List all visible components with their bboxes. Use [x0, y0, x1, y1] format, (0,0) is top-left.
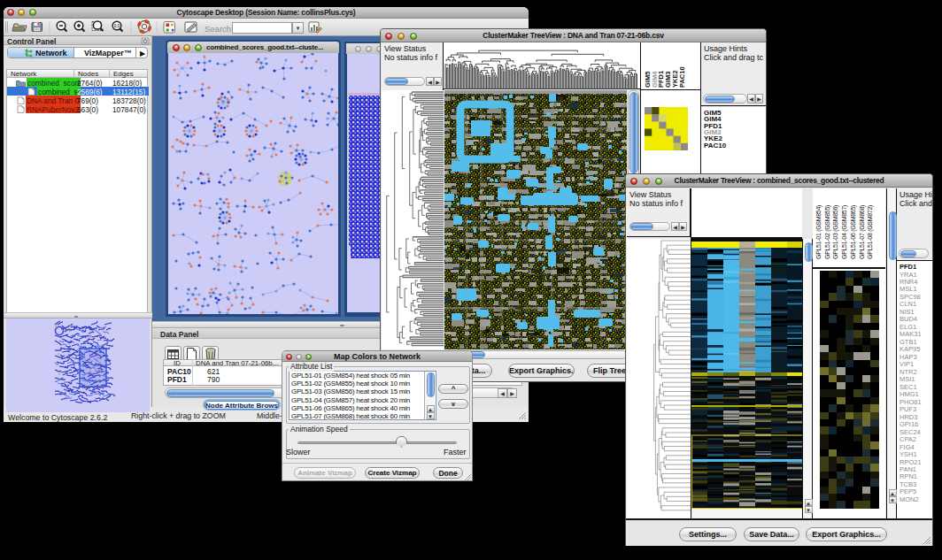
svg-text:PAC10: PAC10	[678, 66, 686, 88]
svg-text:1:1: 1:1	[114, 24, 120, 28]
